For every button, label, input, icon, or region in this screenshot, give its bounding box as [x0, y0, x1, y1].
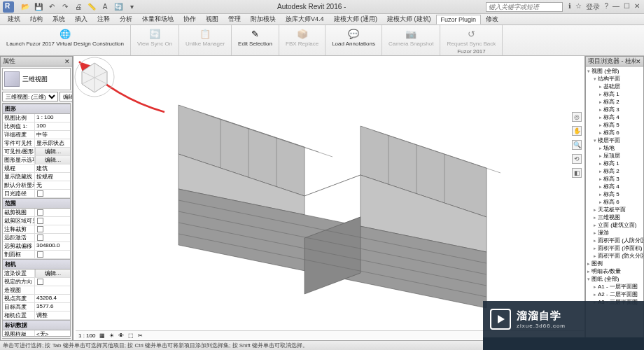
checkbox[interactable] [37, 209, 43, 216]
tree-item[interactable]: 标高 2 [587, 98, 643, 106]
tree-item[interactable]: 三维视图 [587, 214, 643, 221]
nav-cube-icon[interactable]: ◧ [572, 168, 582, 178]
qat-sync-icon[interactable]: 🔄 [113, 1, 124, 13]
view-scale[interactable]: 1 : 100 [78, 332, 95, 339]
props-value[interactable]: 调整 [35, 312, 70, 319]
menu-tab[interactable]: 协作 [178, 13, 201, 25]
maximize-icon[interactable]: ☐ [624, 2, 630, 12]
qat-more-icon[interactable]: ▾ [126, 1, 137, 13]
checkbox[interactable] [37, 226, 43, 232]
menu-tab[interactable]: 结构 [25, 13, 48, 25]
props-value[interactable] [35, 190, 70, 197]
checkbox[interactable] [37, 190, 43, 197]
props-value[interactable]: 43208.4 [35, 295, 70, 302]
vc-icon[interactable]: ▦ [99, 332, 105, 339]
props-value[interactable]: 建筑 [35, 164, 70, 172]
props-value[interactable]: 按规程 [35, 173, 70, 181]
props-value[interactable] [35, 209, 70, 216]
nav-orbit-icon[interactable]: ⟲ [572, 154, 582, 164]
tree-item[interactable]: 结构平面 [587, 75, 643, 83]
viewcube[interactable] [74, 56, 115, 98]
props-value[interactable]: <无> [35, 330, 70, 337]
tree-item[interactable]: 立面 (建筑立面) [587, 221, 643, 229]
nav-zoom-icon[interactable]: 🔍 [572, 140, 582, 150]
menu-tab[interactable]: 系统 [48, 13, 70, 25]
props-value[interactable]: 无 [35, 181, 70, 189]
tree-item[interactable]: 标高 1 [587, 90, 643, 98]
props-value[interactable]: 显示原状态 [35, 139, 70, 147]
ribbon-button[interactable]: 🌐Launch Fuzor 2017 Virtual Design Constr… [4, 27, 126, 48]
tree-item[interactable]: 面积平面 (人防分区面… [587, 237, 643, 244]
nav-wheel-icon[interactable]: ◎ [572, 112, 582, 122]
tree-item[interactable]: 面积平面 (净面积) [587, 244, 643, 252]
props-value[interactable]: 3577.6 [35, 303, 70, 311]
tree-item[interactable]: 图例 [587, 260, 643, 267]
help-icon[interactable]: ? [604, 2, 608, 12]
menu-tab[interactable]: 族库大师V4.4 [281, 13, 329, 25]
tree-item[interactable]: A1 - 一层平面图 [587, 283, 643, 290]
qat-measure-icon[interactable]: 📏 [86, 1, 97, 13]
vc-icon[interactable]: ⬚ [128, 332, 134, 339]
tree-item[interactable]: 标高 6 [587, 129, 643, 136]
vc-icon[interactable]: ✂ [138, 332, 143, 339]
props-value[interactable] [35, 217, 70, 225]
close-icon[interactable]: ✕ [634, 2, 640, 12]
props-value[interactable] [35, 251, 70, 258]
props-value[interactable]: 1 : 100 [35, 114, 70, 122]
props-value[interactable] [35, 234, 70, 241]
tree-item[interactable]: 标高 2 [587, 167, 643, 175]
props-value[interactable]: 304800.0 [35, 242, 70, 250]
qat-undo-icon[interactable]: ↶ [46, 1, 57, 13]
tree-item[interactable]: 标高 4 [587, 183, 643, 190]
tree-item[interactable]: 面积平面 (防火分区面… [587, 252, 643, 260]
props-value[interactable] [35, 286, 70, 294]
props-value[interactable]: 100 [35, 122, 70, 130]
props-section-head[interactable]: 相机 [3, 259, 70, 270]
tree-item[interactable]: 天花板平面 [587, 206, 643, 214]
ribbon-button[interactable]: 💬Load Annotations [330, 27, 377, 48]
menu-tab[interactable]: 视图 [201, 13, 223, 25]
menu-tab[interactable]: 建筑 [3, 13, 25, 25]
qat-open-icon[interactable]: 📂 [20, 1, 31, 13]
menu-tab[interactable]: 修改 [481, 13, 503, 25]
menu-tab[interactable]: 插入 [70, 13, 92, 25]
tree-item[interactable]: 标高 4 [587, 113, 643, 121]
menu-tab[interactable]: 附加模块 [246, 13, 281, 25]
tree-item[interactable]: 楼层平面 [587, 136, 643, 144]
tree-item[interactable]: 明细表/数量 [587, 267, 643, 275]
props-section-head[interactable]: 图形 [3, 104, 70, 114]
checkbox[interactable] [37, 279, 43, 285]
menu-tab[interactable]: 分析 [115, 13, 137, 25]
minimize-icon[interactable]: — [612, 2, 620, 12]
menu-tab[interactable]: 体量和场地 [137, 13, 178, 25]
star-icon[interactable]: ☆ [575, 2, 582, 12]
tree-item[interactable]: 标高 1 [587, 160, 643, 167]
props-edittype-select[interactable]: 编辑类型 [59, 92, 73, 102]
tree-item[interactable]: 标高 5 [587, 190, 643, 198]
props-instance-select[interactable]: 三维视图: (三维) [2, 92, 58, 102]
tree-item[interactable]: 屋顶层 [587, 152, 643, 160]
tree-item[interactable]: 图纸 (全部) [587, 275, 643, 283]
qat-save-icon[interactable]: 💾 [33, 1, 44, 13]
props-value[interactable]: 中等 [35, 131, 70, 139]
browser-close-icon[interactable]: ✕ [636, 58, 641, 65]
props-type-selector[interactable]: 三维视图 [2, 68, 71, 90]
menu-tab[interactable]: 管理 [223, 13, 246, 25]
qat-print-icon[interactable]: 🖨 [73, 1, 84, 13]
checkbox[interactable] [37, 251, 43, 258]
props-value[interactable]: 编辑… [35, 148, 70, 155]
tree-item[interactable]: 标高 3 [587, 175, 643, 183]
props-value[interactable]: 编辑… [35, 156, 70, 164]
props-value[interactable] [35, 225, 70, 233]
ribbon-button[interactable]: ✎Edit Selection [236, 27, 274, 48]
qat-a-icon[interactable]: A [99, 1, 111, 13]
checkbox[interactable] [37, 234, 43, 241]
menu-tab[interactable]: 建模大师 (通用) [329, 13, 383, 25]
vc-icon[interactable]: ☀ [109, 332, 114, 339]
tree-item[interactable]: 视图 (全部) [587, 67, 643, 75]
tree-item[interactable]: 标高 6 [587, 198, 643, 206]
menu-tab[interactable]: 注释 [92, 13, 115, 25]
vc-icon[interactable]: 👁 [118, 332, 124, 339]
tree-item[interactable]: 标高 5 [587, 121, 643, 129]
checkbox[interactable] [37, 218, 43, 224]
